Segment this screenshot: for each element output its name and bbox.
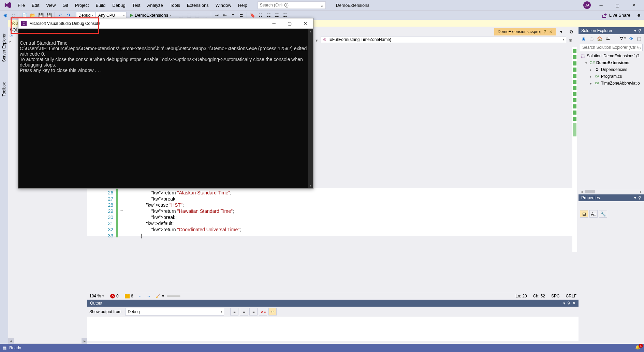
titlebar-right: DA ─ ▢ ✕ bbox=[583, 1, 643, 9]
debug-console-window: C Microsoft Visual Studio Debug Console … bbox=[18, 18, 313, 189]
member-navigation-combo[interactable]: ⊕ ToFullForm(string TimeZoneName) bbox=[321, 36, 566, 43]
output-btn-3[interactable]: ≡ bbox=[249, 308, 258, 316]
split-editor-button[interactable]: ⊞ bbox=[567, 36, 574, 44]
console-app-icon: C bbox=[21, 21, 27, 26]
se-options-icon[interactable]: ▾ bbox=[634, 28, 636, 33]
se-back-icon[interactable]: ◉ bbox=[580, 35, 587, 42]
menu-window[interactable]: Window bbox=[212, 1, 235, 9]
menu-git[interactable]: Git bbox=[59, 1, 72, 9]
maximize-button[interactable]: ▢ bbox=[611, 1, 624, 9]
indent-mode[interactable]: SPC bbox=[551, 294, 560, 298]
output-btn-1[interactable]: ≡ bbox=[230, 308, 238, 316]
solution-tree[interactable]: ⬚ Solution 'DemoExtensions' (1 ▾ C# Demo… bbox=[579, 52, 644, 194]
timezone-cs-node[interactable]: ▸ C# TimeZoneAbbreviatio bbox=[579, 80, 643, 87]
pin-icon[interactable]: ⚲ bbox=[543, 29, 546, 34]
warning-count[interactable]: !6 bbox=[125, 294, 133, 298]
toolbox-tab[interactable]: Toolbox bbox=[2, 82, 6, 96]
nav-combo-left-chevron[interactable]: ▾ bbox=[313, 36, 320, 44]
search-icon: ⌕ bbox=[321, 3, 323, 8]
props-wrench-button[interactable]: 🔧 bbox=[599, 210, 607, 218]
nav-prev-issue[interactable]: ← bbox=[138, 294, 142, 298]
project-node[interactable]: ▾ C# DemoExtensions bbox=[579, 59, 643, 66]
left-horizontal-scrollbar[interactable]: ◂▸ bbox=[8, 338, 87, 344]
minimize-button[interactable]: ─ bbox=[595, 1, 607, 9]
menu-tools[interactable]: Tools bbox=[166, 1, 184, 9]
se-sync-icon[interactable]: ⇆ bbox=[604, 35, 611, 42]
server-explorer-tab[interactable]: Server Explorer bbox=[2, 33, 6, 62]
props-alpha-button[interactable]: A↓ bbox=[589, 210, 598, 218]
console-scrollbar[interactable]: ▴▾ bbox=[308, 29, 313, 188]
start-debug-label: DemoExtensions bbox=[135, 13, 168, 18]
collapse-icon[interactable]: ▸ bbox=[10, 40, 11, 43]
zoom-level[interactable]: 104 % ▾ bbox=[89, 294, 104, 298]
menu-project[interactable]: Project bbox=[72, 1, 92, 9]
status-text: Ready bbox=[9, 346, 21, 350]
props-options-icon[interactable]: ▾ bbox=[634, 195, 636, 200]
menu-debug[interactable]: Debug bbox=[109, 1, 129, 9]
code-editor-text[interactable]: "kw">return "Alaskan Standard Time"; "kw… bbox=[125, 188, 574, 236]
console-close-button[interactable]: ✕ bbox=[297, 18, 313, 29]
output-source-dropdown[interactable]: Debug bbox=[125, 308, 224, 316]
close-button[interactable]: ✕ bbox=[628, 1, 640, 9]
close-tab-icon[interactable]: ✕ bbox=[549, 29, 553, 34]
output-close-icon[interactable]: ✕ bbox=[572, 301, 576, 306]
menu-build[interactable]: Build bbox=[92, 1, 109, 9]
properties-body bbox=[579, 219, 644, 335]
tab-overflow-button[interactable]: ▾ bbox=[556, 29, 566, 34]
left-vertical-tabs: Server Explorer Toolbox bbox=[0, 20, 8, 344]
console-minimize-button[interactable]: ─ bbox=[266, 18, 282, 29]
output-wrap-button[interactable]: ↩ bbox=[268, 308, 277, 316]
se-home-icon[interactable]: 🏠 bbox=[596, 35, 603, 42]
menu-analyze[interactable]: Analyze bbox=[144, 1, 166, 9]
live-share-button[interactable]: Live Share bbox=[602, 13, 634, 18]
global-search[interactable]: ⌕ bbox=[258, 1, 326, 9]
se-horizontal-scrollbar[interactable]: ◂ ▸ bbox=[579, 189, 643, 194]
build-health-icon[interactable]: 🧹 ▾ bbox=[156, 294, 164, 298]
se-pin-icon[interactable]: ⚲ bbox=[638, 28, 641, 33]
output-options-icon[interactable]: ▾ bbox=[563, 301, 565, 306]
refresh-icon[interactable]: ⟳ bbox=[10, 33, 13, 39]
props-categorized-button[interactable]: ⊞ bbox=[580, 210, 588, 218]
global-search-input[interactable] bbox=[260, 3, 323, 8]
se-filter-icon[interactable]: ᗊ▾ bbox=[619, 35, 626, 42]
output-btn-2[interactable]: ≡ bbox=[240, 308, 248, 316]
console-output[interactable]: Central Standard TimeC:\Users\DELL\sourc… bbox=[18, 29, 313, 188]
console-titlebar[interactable]: C Microsoft Visual Studio Debug Console … bbox=[18, 18, 313, 29]
user-avatar[interactable]: DA bbox=[583, 1, 591, 9]
dependencies-node[interactable]: ▸ ⚙ Dependencies bbox=[579, 66, 643, 73]
menu-extensions[interactable]: Extensions bbox=[184, 1, 212, 9]
nav-back-button[interactable]: ◉ bbox=[1, 12, 9, 19]
program-cs-node[interactable]: ▸ C# Program.cs bbox=[579, 73, 643, 80]
menu-test[interactable]: Test bbox=[129, 1, 144, 9]
cs-file-icon-2: C# bbox=[594, 80, 600, 86]
menu-file[interactable]: File bbox=[14, 1, 28, 9]
console-maximize-button[interactable]: ▢ bbox=[282, 18, 297, 29]
nav-next-issue[interactable]: → bbox=[147, 294, 151, 298]
se-search-input[interactable] bbox=[582, 45, 640, 50]
output-clear-button[interactable]: ✕≡ bbox=[259, 308, 267, 316]
line-ending[interactable]: CRLF bbox=[566, 294, 576, 298]
feedback-button[interactable]: ☻ bbox=[635, 12, 643, 19]
se-fwd-icon[interactable]: ◌ bbox=[588, 35, 595, 42]
solution-explorer-search[interactable]: ⌕ bbox=[580, 44, 643, 51]
collapse-toggle[interactable]: ⋯ bbox=[118, 188, 125, 236]
tab-settings-button[interactable]: ⚙ bbox=[566, 29, 576, 34]
solution-node[interactable]: ⬚ Solution 'DemoExtensions' (1 bbox=[579, 53, 643, 59]
se-showall-icon[interactable]: ⬚ bbox=[636, 35, 643, 42]
menu-view[interactable]: View bbox=[43, 1, 59, 9]
nav-fwd-button[interactable]: ◌ bbox=[10, 12, 17, 19]
output-pin-icon[interactable]: ⚲ bbox=[567, 301, 570, 306]
properties-panel-title: Properties ▾ ⚲ bbox=[579, 194, 644, 201]
document-tab[interactable]: DemoExtensions.csproj ⚲ ✕ bbox=[494, 28, 556, 35]
error-count[interactable]: ✕0 bbox=[110, 294, 119, 298]
menu-edit[interactable]: Edit bbox=[28, 1, 43, 9]
props-pin-icon[interactable]: ⚲ bbox=[638, 195, 641, 200]
live-share-label: Live Share bbox=[609, 13, 630, 18]
menu-help[interactable]: Help bbox=[235, 1, 251, 9]
output-panel-title: Output ▾ ⚲ ✕ bbox=[87, 300, 579, 307]
solution-explorer-toolbar: ◉ ◌ 🏠 ⇆ ᗊ▾ ⟳ ⬚ bbox=[579, 34, 644, 43]
solution-icon: ⬚ bbox=[580, 53, 585, 59]
output-text[interactable] bbox=[87, 317, 579, 341]
se-refresh-icon[interactable]: ⟳ bbox=[628, 35, 634, 42]
notifications-button[interactable]: 🔔4 bbox=[635, 345, 641, 351]
